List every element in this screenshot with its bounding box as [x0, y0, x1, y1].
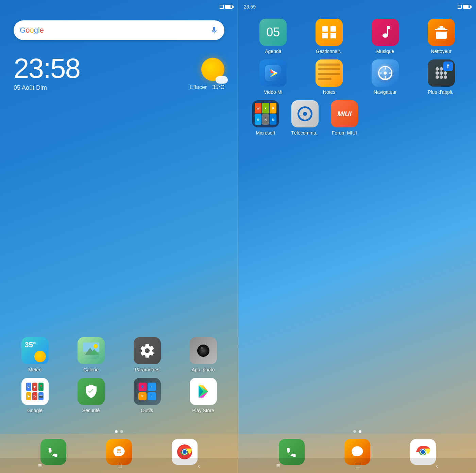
gestionnaire-label: Gestionnair.. [316, 49, 343, 54]
telecomma-label: Télécomma.. [291, 130, 319, 136]
screen-icon [220, 5, 224, 9]
svg-point-9 [201, 347, 203, 349]
playstore-icon [190, 378, 217, 405]
app-appphoto[interactable]: App. photo [186, 337, 220, 372]
securite-label: Sécurité [82, 408, 100, 413]
outils-icon: 👤 ≡ ⚙ ↓ [134, 378, 161, 405]
svg-point-29 [440, 71, 443, 75]
navigateur-label: Navigateur [374, 89, 397, 95]
google-search-bar[interactable]: Google [14, 20, 224, 40]
plusdappli-label: Plus d'appli.. [428, 89, 455, 95]
nav-home-right[interactable]: □ [356, 462, 360, 470]
nav-bar-right: ≡ □ ‹ [238, 458, 476, 473]
notes-icon [316, 59, 343, 87]
appphoto-label: App. photo [192, 367, 215, 372]
securite-icon [78, 378, 105, 405]
dot-r1[interactable] [353, 430, 356, 433]
svg-point-8 [202, 349, 205, 352]
nav-back-left[interactable]: ‹ [198, 462, 200, 470]
app-telecomma[interactable]: Télécomma.. [288, 100, 322, 136]
meteo-sun-icon [34, 351, 46, 362]
nav-menu-left[interactable]: ≡ [38, 462, 42, 470]
google-label: Google [27, 408, 42, 413]
weather-temp-label: 35°C [212, 84, 224, 90]
forummiui-label: Forum MIUI [332, 130, 357, 136]
app-plusdappli[interactable]: f Plus d'appli.. [424, 59, 458, 95]
screen-icon-right [458, 5, 462, 9]
battery-icon [225, 5, 233, 9]
screen-left: Google 23:58 05 Août Dim Effacer 35°C [0, 0, 238, 473]
status-icons-right [458, 5, 471, 9]
right-app-grid: 05 Agenda Gestionnair.. [245, 19, 469, 141]
microsoft-label: Microsoft [256, 130, 275, 136]
nav-home-left[interactable]: □ [118, 462, 122, 470]
google-icon: G ▶ 📍 ▶ ▷ 📷 [21, 378, 49, 405]
weather-clear-label: Effacer [190, 84, 207, 90]
dot-1[interactable] [115, 430, 118, 433]
app-forummiui[interactable]: MIUI Forum MIUI [327, 100, 361, 136]
meteo-label: Météo [28, 367, 41, 372]
videomi-icon [259, 59, 287, 87]
app-musique[interactable]: Musique [368, 19, 402, 54]
svg-point-28 [436, 71, 439, 75]
meteo-temp: 35° [25, 340, 36, 349]
app-microsoft[interactable]: W X P O N S Microsoft [249, 100, 283, 136]
notes-label: Notes [323, 89, 336, 95]
forummiui-icon: MIUI [331, 100, 358, 127]
dot-r2[interactable] [359, 430, 361, 433]
weather-cloud-icon [216, 76, 228, 84]
svg-point-25 [436, 67, 439, 71]
app-meteo[interactable]: 35° Météo [18, 337, 52, 372]
galerie-icon [78, 337, 105, 364]
telecomma-icon [291, 100, 319, 127]
agenda-label: Agenda [265, 49, 281, 54]
app-galerie[interactable]: Galerie [74, 337, 108, 372]
pagination-left [0, 430, 238, 433]
weather-widget: Effacer 35°C [190, 54, 224, 90]
musique-label: Musique [376, 49, 394, 54]
status-bar-left [0, 0, 238, 14]
status-icons-left [220, 5, 233, 9]
app-gestionnaire[interactable]: Gestionnair.. [312, 19, 346, 54]
appphoto-icon [190, 337, 217, 364]
screen-right: 23:59 05 Agenda [238, 0, 476, 473]
svg-point-26 [440, 67, 443, 71]
svg-point-32 [440, 75, 443, 79]
svg-point-30 [444, 71, 447, 75]
mic-icon[interactable] [210, 26, 218, 34]
playstore-label: Play Store [192, 408, 214, 413]
battery-icon-right [463, 5, 471, 9]
app-navigateur[interactable]: Navigateur [368, 59, 402, 95]
status-bar-right: 23:59 [238, 0, 476, 14]
microsoft-icon: W X P O N S [252, 100, 279, 127]
app-google[interactable]: G ▶ 📍 ▶ ▷ 📷 Google [18, 378, 52, 413]
nettoyeur-icon [428, 19, 455, 46]
outils-label: Outils [141, 408, 153, 413]
svg-point-17 [183, 450, 187, 454]
nav-menu-right[interactable]: ≡ [276, 462, 280, 470]
parametres-icon [134, 337, 161, 364]
galerie-label: Galerie [83, 367, 99, 372]
svg-point-31 [436, 75, 439, 79]
app-videomi[interactable]: Vidéo Mi [256, 59, 290, 95]
plusdappli-icon: f [428, 59, 455, 87]
meteo-icon: 35° [21, 337, 49, 364]
right-app-row-1: 05 Agenda Gestionnair.. [245, 19, 469, 54]
nettoyeur-label: Nettoyeur [431, 49, 452, 54]
app-nettoyeur[interactable]: Nettoyeur [424, 19, 458, 54]
nav-back-right[interactable]: ‹ [436, 462, 438, 470]
app-outils[interactable]: 👤 ≡ ⚙ ↓ Outils [130, 378, 164, 413]
app-agenda[interactable]: 05 Agenda [256, 19, 290, 54]
agenda-num: 05 [266, 25, 280, 39]
gestionnaire-icon [316, 19, 343, 46]
dot-2[interactable] [120, 430, 123, 433]
app-parametres[interactable]: Paramètres [130, 337, 164, 372]
pagination-right [238, 430, 476, 433]
musique-icon [372, 19, 399, 46]
app-securite[interactable]: Sécurité [74, 378, 108, 413]
app-row-1: 35° Météo [7, 337, 231, 372]
app-playstore[interactable]: Play Store [186, 378, 220, 413]
right-app-row-3: W X P O N S Microsoft Télécomm [245, 100, 469, 136]
svg-point-33 [444, 75, 447, 79]
app-notes[interactable]: Notes [312, 59, 346, 95]
